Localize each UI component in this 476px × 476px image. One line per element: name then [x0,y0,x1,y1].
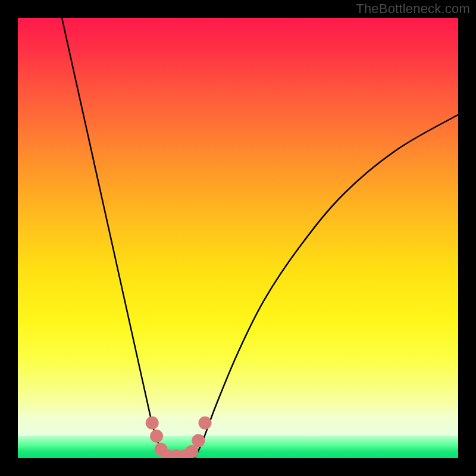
marker-dot [185,445,198,458]
bottleneck-curve [62,18,458,458]
marker-dot [199,416,212,430]
marker-dot [192,434,205,447]
plot-area [18,18,458,458]
chart-frame: TheBottleneck.com [0,0,476,476]
marker-dot [150,430,163,443]
curve-layer [18,18,458,458]
watermark-text: TheBottleneck.com [356,1,470,17]
marker-points [146,416,212,458]
marker-dot [146,416,159,430]
